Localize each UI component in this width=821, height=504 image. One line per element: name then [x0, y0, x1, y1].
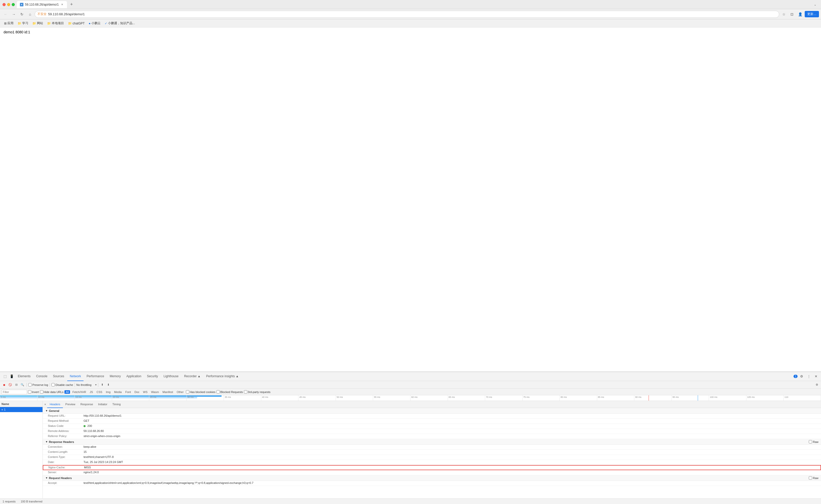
- third-party-checkbox[interactable]: [244, 390, 247, 394]
- bookmark-xiaopeng-tong[interactable]: ✓ 小鹏通，知识产品...: [103, 21, 136, 26]
- devtools-close-button[interactable]: ✕: [813, 373, 819, 380]
- filter-type-media[interactable]: Media: [113, 390, 123, 394]
- filter-type-font[interactable]: Font: [124, 390, 132, 394]
- disable-cache-label[interactable]: Disable cache: [51, 383, 73, 386]
- export-har-button[interactable]: ⬇: [106, 382, 111, 387]
- hide-data-urls-checkbox[interactable]: [40, 390, 43, 394]
- disable-cache-checkbox[interactable]: [51, 383, 55, 386]
- transferred-size: 193 B transferred: [21, 500, 42, 503]
- status-code-label: Status Code:: [48, 424, 83, 427]
- forward-button[interactable]: →: [10, 11, 17, 18]
- filter-type-img[interactable]: Img: [105, 390, 112, 394]
- filter-input[interactable]: [2, 390, 27, 394]
- filter-type-js[interactable]: JS: [88, 390, 94, 394]
- remote-address-value: 59.110.68.26:80: [83, 429, 818, 432]
- hide-data-urls-label[interactable]: Hide data URLs: [40, 390, 64, 394]
- request-raw-checkbox[interactable]: [809, 476, 812, 480]
- filter-type-css[interactable]: CSS: [95, 390, 104, 394]
- tab-performance-insights[interactable]: Performance insights ▲: [204, 372, 241, 381]
- bookmark-local-projects[interactable]: 📁 本地项目: [46, 21, 65, 26]
- tab-network[interactable]: Network: [67, 372, 83, 381]
- third-party-label[interactable]: 3rd-party requests: [244, 390, 270, 394]
- response-section-header[interactable]: ▼ Response Headers Raw: [43, 439, 821, 445]
- response-raw-checkbox[interactable]: [809, 440, 812, 443]
- general-section-header[interactable]: ▼ General: [43, 408, 821, 414]
- bookmark-website[interactable]: 📁 网站: [31, 21, 45, 26]
- record-button[interactable]: ⏺: [2, 382, 7, 387]
- details-tab-headers[interactable]: Headers: [47, 401, 63, 408]
- devtools-more-button[interactable]: ⋮: [806, 373, 812, 380]
- bookmark-chatgpt[interactable]: 📁 chatGPT: [66, 21, 86, 26]
- bookmark-button[interactable]: ☆: [780, 11, 787, 18]
- filter-bar: Invert Hide data URLs All Fetch/XHR JS C…: [0, 389, 821, 395]
- tick-65ms: 65 ms: [448, 395, 486, 401]
- close-window-button[interactable]: [3, 3, 6, 6]
- details-close-button[interactable]: ×: [44, 403, 46, 406]
- back-button[interactable]: ←: [2, 11, 9, 18]
- details-tab-timing[interactable]: Timing: [110, 401, 123, 408]
- filter-button[interactable]: ⊟: [14, 382, 19, 387]
- folder-icon-1: 📁: [18, 22, 21, 25]
- tab-application[interactable]: Application: [124, 372, 144, 381]
- devtools-inspect-button[interactable]: ⬚: [2, 373, 8, 380]
- filter-type-wasm[interactable]: Wasm: [150, 390, 160, 394]
- browser-tab[interactable]: ● 59.110.68.26/api/demo/1 ✕: [17, 1, 67, 8]
- filter-type-manifest[interactable]: Manifest: [161, 390, 174, 394]
- tab-memory[interactable]: Memory: [107, 372, 123, 381]
- profile-button[interactable]: 👤: [797, 11, 804, 18]
- details-tab-initiator[interactable]: Initiator: [95, 401, 110, 408]
- bookmark-xiaopeng-cloud[interactable]: ● 小鹏云: [87, 21, 102, 26]
- tab-console[interactable]: Console: [34, 372, 50, 381]
- invert-checkbox[interactable]: [28, 390, 31, 394]
- request-url-row: Request URL: http://59.110.68.26/api/dem…: [43, 414, 821, 419]
- invert-label[interactable]: Invert: [28, 390, 39, 394]
- has-blocked-cookies-label[interactable]: Has blocked cookies: [186, 390, 215, 394]
- request-section-header[interactable]: ▼ Request Headers Raw: [43, 475, 821, 481]
- cast-button[interactable]: ⊡: [788, 11, 796, 18]
- tab-elements[interactable]: Elements: [15, 372, 33, 381]
- import-har-button[interactable]: ⬆: [100, 382, 105, 387]
- reload-button[interactable]: ↻: [18, 11, 25, 18]
- minimize-window-button[interactable]: [7, 3, 10, 6]
- blocked-requests-label[interactable]: Blocked Requests: [216, 390, 243, 394]
- filter-type-all[interactable]: All: [64, 390, 70, 394]
- maximize-window-button[interactable]: [12, 3, 15, 6]
- blocked-requests-checkbox[interactable]: [216, 390, 220, 394]
- request-raw-label[interactable]: Raw: [809, 476, 818, 480]
- close-tab-button[interactable]: ✕: [60, 3, 64, 6]
- tab-lighthouse[interactable]: Lighthouse: [161, 372, 181, 381]
- filter-type-other[interactable]: Other: [175, 390, 185, 394]
- filter-type-ws[interactable]: WS: [142, 390, 149, 394]
- details-tab-response[interactable]: Response: [78, 401, 96, 408]
- tab-security[interactable]: Security: [144, 372, 160, 381]
- has-blocked-cookies-checkbox[interactable]: [186, 390, 189, 394]
- search-network-button[interactable]: 🔍: [20, 382, 25, 387]
- clear-button[interactable]: 🚫: [8, 382, 13, 387]
- home-button[interactable]: ⌂: [26, 11, 34, 18]
- accept-label: Accept:: [48, 481, 83, 484]
- bookmark-study[interactable]: 📁 学习: [16, 21, 30, 26]
- preserve-log-text: Preserve log: [32, 383, 48, 386]
- window-options-button[interactable]: ⌄: [812, 3, 818, 6]
- filter-type-doc[interactable]: Doc: [133, 390, 141, 394]
- throttle-select[interactable]: No throttling: [76, 383, 95, 386]
- filter-type-fetch[interactable]: Fetch/XHR: [71, 390, 87, 394]
- preserve-log-checkbox[interactable]: [28, 383, 32, 386]
- devtools-device-button[interactable]: 📱: [9, 373, 15, 380]
- update-button[interactable]: 更新…: [805, 11, 819, 17]
- address-bar[interactable]: 不安全 59.110.68.26/api/demo/1: [35, 11, 779, 18]
- devtools-settings-button[interactable]: ⚙: [799, 373, 805, 380]
- bookmark-apps[interactable]: ⊞ 应用: [3, 21, 15, 26]
- devtools-toolbar: ⬚ 📱 Elements Console Sources Network Per…: [0, 372, 821, 381]
- response-raw-label[interactable]: Raw: [809, 440, 818, 443]
- tab-sources[interactable]: Sources: [50, 372, 67, 381]
- server-row: Server: nginx/1.24.0: [43, 470, 821, 475]
- details-tab-preview[interactable]: Preview: [63, 401, 78, 408]
- tab-recorder[interactable]: Recorder ▲: [181, 372, 203, 381]
- preserve-log-label[interactable]: Preserve log: [28, 383, 48, 386]
- xiaopeng-icon: ●: [89, 22, 90, 25]
- settings-network-button[interactable]: ⚙: [814, 382, 819, 387]
- file-list-item[interactable]: ≡ 1: [0, 407, 43, 412]
- new-tab-button[interactable]: +: [68, 1, 75, 8]
- tab-performance[interactable]: Performance: [84, 372, 107, 381]
